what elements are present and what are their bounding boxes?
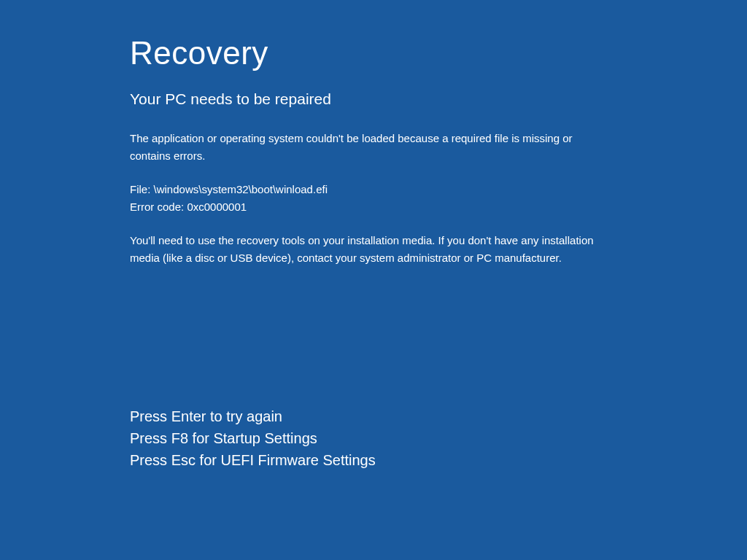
action-esc[interactable]: Press Esc for UEFI Firmware Settings xyxy=(130,449,376,471)
error-code-label: Error code: xyxy=(130,201,187,213)
file-line: File: \windows\system32\boot\winload.efi xyxy=(130,181,597,198)
action-f8[interactable]: Press F8 for Startup Settings xyxy=(130,427,376,449)
error-heading: Your PC needs to be repaired xyxy=(130,90,659,108)
file-label: File: xyxy=(130,183,154,195)
recovery-hint: You'll need to use the recovery tools on… xyxy=(130,232,597,267)
file-path: \windows\system32\boot\winload.efi xyxy=(154,183,328,195)
error-description: The application or operating system coul… xyxy=(130,130,597,165)
error-code-value: 0xc0000001 xyxy=(187,201,247,213)
action-enter[interactable]: Press Enter to try again xyxy=(130,405,376,427)
keyboard-actions: Press Enter to try again Press F8 for St… xyxy=(130,405,376,471)
page-title: Recovery xyxy=(130,35,659,71)
error-code-line: Error code: 0xc0000001 xyxy=(130,198,597,216)
